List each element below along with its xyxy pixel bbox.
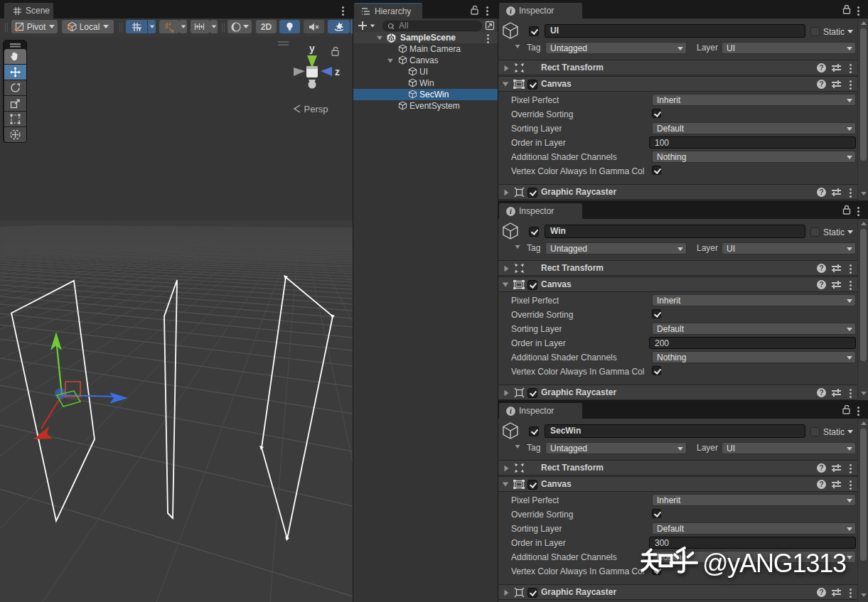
svg-text:y: y <box>309 43 315 54</box>
svg-text:@yANG1313: @yANG1313 <box>702 549 846 578</box>
svg-text:z: z <box>335 66 340 77</box>
